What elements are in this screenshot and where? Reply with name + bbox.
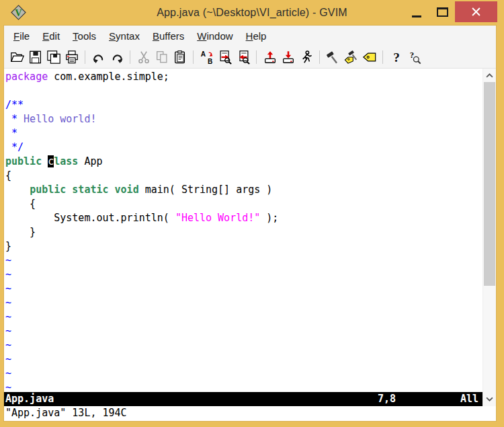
code-token: * — [5, 127, 17, 139]
code-line[interactable]: public static void main( String[] args ) — [5, 183, 482, 197]
print-icon — [65, 50, 79, 65]
toolbar-help-button[interactable]: ? — [387, 48, 405, 66]
help-icon: ? — [389, 50, 404, 65]
toolbar-save-all-button[interactable] — [44, 48, 62, 66]
code-token: } — [5, 240, 11, 252]
undo-icon — [91, 50, 106, 65]
code-line[interactable]: ~ — [5, 324, 482, 338]
scrollbar-thumb[interactable] — [484, 82, 495, 286]
minimize-icon — [412, 15, 421, 17]
code-line[interactable]: } — [5, 239, 482, 254]
code-line[interactable]: ~ — [5, 366, 482, 381]
scrollbar-up-arrow[interactable] — [483, 69, 496, 82]
code-line[interactable]: ~ — [5, 282, 482, 296]
menu-buffers[interactable]: Buffers — [147, 28, 190, 44]
load-session-icon — [263, 50, 278, 65]
menu-edit[interactable]: Edit — [37, 28, 65, 44]
tag-jump-icon — [362, 50, 377, 65]
status-scroll-position: All — [460, 392, 478, 406]
toolbar: AB?? — [4, 46, 496, 69]
find-prev-icon — [236, 50, 251, 65]
title-bar[interactable]: V App.java (~\Desktop\VI_article) - GVIM — [0, 0, 504, 26]
toolbar-cut-button — [134, 48, 153, 66]
code-line[interactable]: { — [5, 169, 482, 183]
paste-icon — [173, 50, 187, 65]
code-token: /** — [5, 99, 24, 111]
toolbar-redo-button[interactable] — [108, 48, 126, 66]
code-line[interactable]: * Hello world! — [5, 112, 482, 126]
cut-icon — [136, 50, 151, 65]
maximize-icon — [437, 7, 448, 17]
code-line[interactable]: ~ — [5, 268, 482, 282]
code-line[interactable]: ~ — [5, 254, 482, 268]
toolbar-save-button[interactable] — [26, 48, 44, 66]
code-token: ~ — [5, 268, 11, 280]
code-line[interactable]: ~ — [5, 352, 482, 366]
svg-text:A: A — [200, 50, 206, 58]
scrollbar-down-arrow[interactable] — [483, 393, 496, 405]
code-token: ~ — [5, 254, 11, 266]
toolbar-run-script-button[interactable] — [297, 48, 315, 66]
code-token: System.out.println( — [5, 212, 175, 224]
code-token: ); — [260, 212, 278, 224]
code-token: ~ — [5, 282, 11, 295]
menu-file[interactable]: File — [8, 28, 35, 44]
code-line[interactable]: */ — [5, 141, 482, 155]
editor-area[interactable]: package com.example.simple; /** * Hello … — [4, 69, 482, 392]
vim-app-icon[interactable]: V — [11, 5, 26, 20]
toolbar-find-prev-button[interactable] — [234, 48, 252, 66]
toolbar-run-ctags-button[interactable] — [342, 48, 360, 66]
save-all-icon — [46, 50, 61, 65]
save-session-icon — [281, 50, 296, 65]
menu-tools[interactable]: Tools — [67, 28, 101, 44]
run-ctags-icon — [344, 50, 359, 65]
toolbar-paste-button[interactable] — [171, 48, 189, 66]
toolbar-separator — [319, 50, 320, 64]
toolbar-save-session-button[interactable] — [279, 48, 297, 66]
code-line[interactable]: ~ — [5, 338, 482, 352]
code-line[interactable]: System.out.println( "Hello World!" ); — [5, 211, 482, 225]
vim-logo-icon: V — [11, 5, 26, 20]
menu-syntax[interactable]: Syntax — [103, 28, 145, 44]
code-line[interactable]: { — [5, 197, 482, 211]
code-line[interactable]: package com.example.simple; — [5, 70, 482, 84]
code-line[interactable]: /** — [5, 98, 482, 112]
toolbar-undo-button[interactable] — [89, 48, 108, 66]
toolbar-load-session-button[interactable] — [261, 48, 279, 66]
code-line[interactable]: } — [5, 225, 482, 239]
toolbar-print-button[interactable] — [62, 48, 81, 66]
maximize-button[interactable] — [429, 1, 455, 22]
toolbar-open-button[interactable] — [8, 48, 26, 66]
main-area: package com.example.simple; /** * Hello … — [4, 69, 496, 406]
toolbar-separator — [193, 50, 194, 64]
scrollbar[interactable] — [482, 69, 496, 406]
close-button[interactable] — [455, 1, 497, 22]
open-icon — [10, 50, 25, 65]
code-token: lass — [54, 155, 78, 167]
toolbar-find-help-button[interactable]: ? — [405, 48, 423, 66]
code-line[interactable]: ~ — [5, 310, 482, 324]
code-token: ~ — [5, 297, 11, 309]
minimize-button[interactable] — [404, 1, 429, 22]
cursor-block: c — [48, 155, 54, 167]
code-line[interactable]: * — [5, 126, 482, 141]
code-line[interactable]: ~ — [5, 381, 482, 392]
code-token: { — [5, 198, 36, 210]
menu-help[interactable]: Help — [241, 28, 272, 44]
code-line[interactable]: ~ — [5, 296, 482, 310]
copy-icon — [155, 50, 169, 65]
code-token: ~ — [5, 367, 11, 379]
client-area: FileEditToolsSyntaxBuffersWindowHelp AB?… — [4, 26, 496, 421]
make-icon — [326, 50, 341, 65]
code-token: Hello world! — [24, 113, 96, 125]
toolbar-make-button[interactable] — [324, 48, 342, 66]
toolbar-find-replace-button[interactable]: AB — [198, 48, 216, 66]
code-line[interactable]: public class App — [5, 155, 482, 169]
status-filename: App.java — [5, 393, 54, 405]
code-line[interactable] — [5, 84, 482, 98]
toolbar-find-next-button[interactable] — [216, 48, 234, 66]
toolbar-tag-jump-button[interactable] — [360, 48, 378, 66]
code-token: com.example.simple; — [48, 71, 169, 83]
menu-window[interactable]: Window — [192, 28, 238, 44]
command-line[interactable]: "App.java" 13L, 194C — [4, 406, 496, 421]
